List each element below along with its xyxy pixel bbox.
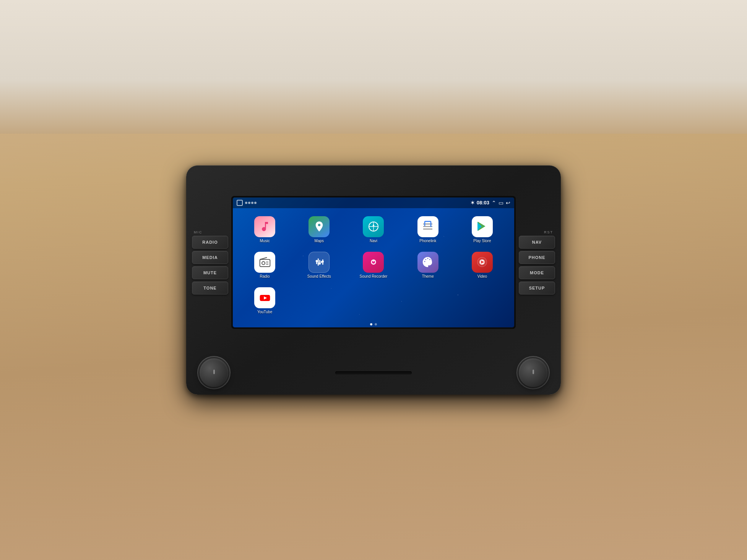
app-label-music: Music (260, 239, 270, 243)
maps-icon (309, 216, 330, 237)
card-slot (335, 371, 412, 374)
app-item-phonelink[interactable]: Phonelink (402, 213, 454, 246)
nav-button[interactable]: NAV (519, 236, 555, 249)
radio-app-icon (254, 252, 275, 273)
app-label-youtube: YouTube (257, 310, 272, 314)
media-button[interactable]: MEDIA (192, 251, 228, 264)
svg-point-16 (322, 261, 323, 262)
screen-container: ✶ 08:03 ⌃ ▭ ↩ (231, 196, 516, 329)
playstore-icon (472, 216, 493, 237)
setup-button[interactable]: SETUP (519, 282, 555, 295)
left-panel: MIC RADIO MEDIA MUTE TONE (192, 230, 228, 295)
left-buttons-group: RADIO MEDIA MUTE TONE (192, 236, 228, 295)
tone-button[interactable]: TONE (192, 282, 228, 295)
left-knob[interactable] (200, 358, 228, 387)
signal-dots (245, 202, 257, 204)
rst-label: RST (544, 230, 555, 234)
phonelink-icon (417, 216, 438, 237)
radio-button[interactable]: RADIO (192, 236, 228, 249)
navi-icon (363, 216, 384, 237)
app-item-soundfx[interactable]: Sound Effects (293, 248, 345, 282)
app-item-maps[interactable]: Maps (293, 213, 345, 246)
app-item-music[interactable]: Music (239, 213, 291, 246)
app-item-playstore[interactable]: Play Store (456, 213, 508, 246)
signal-dot-3 (251, 202, 253, 204)
mode-button[interactable]: MODE (519, 266, 555, 279)
right-buttons-group: NAV PHONE MODE SETUP (519, 236, 555, 295)
phone-button[interactable]: PHONE (519, 251, 555, 264)
bluetooth-icon: ✶ (471, 200, 474, 206)
video-icon (472, 252, 493, 273)
app-label-phonelink: Phonelink (419, 239, 436, 243)
soundrec-icon (363, 252, 384, 273)
app-label-maps: Maps (315, 239, 324, 243)
background-wall (0, 0, 747, 134)
app-item-soundrec[interactable]: Sound Recorder (347, 248, 399, 282)
app-grid: Music Maps (233, 211, 514, 320)
app-label-soundrec: Sound Recorder (360, 274, 388, 278)
app-item-video[interactable]: Video (456, 248, 508, 282)
app-label-soundfx: Sound Effects (307, 274, 331, 278)
unit-top-section: MIC RADIO MEDIA MUTE TONE (192, 171, 555, 353)
app-item-youtube[interactable]: YouTube (239, 284, 291, 317)
home-indicator-icon (237, 200, 243, 206)
nav-up-icon: ⌃ (492, 200, 496, 206)
mute-button[interactable]: MUTE (192, 266, 228, 279)
soundfx-icon (309, 252, 330, 273)
signal-dot-4 (254, 202, 257, 204)
theme-icon (417, 252, 438, 273)
app-label-video: Video (477, 274, 487, 278)
signal-dot-2 (248, 202, 250, 204)
unit-bottom-section (192, 356, 555, 389)
app-item-radio[interactable]: Radio (239, 248, 291, 282)
mic-label: MIC (192, 230, 203, 234)
svg-point-19 (373, 261, 374, 262)
app-label-playstore: Play Store (473, 239, 491, 243)
status-bar-left (237, 200, 257, 206)
app-item-navi[interactable]: Navi (347, 213, 399, 246)
page-indicator (233, 323, 514, 325)
app-label-navi: Navi (370, 239, 377, 243)
status-bar-right: ✶ 08:03 ⌃ ▭ ↩ (471, 200, 510, 206)
car-radio-unit: MIC RADIO MEDIA MUTE TONE (186, 165, 561, 395)
app-item-theme[interactable]: Theme (402, 248, 454, 282)
nav-back-icon: ↩ (506, 200, 510, 206)
clock-display: 08:03 (477, 200, 489, 206)
signal-dot-1 (245, 202, 247, 204)
music-icon (254, 216, 275, 237)
svg-rect-6 (266, 262, 268, 263)
page-dot-2 (375, 323, 377, 325)
svg-rect-7 (266, 264, 268, 265)
svg-point-15 (318, 263, 320, 265)
page-dot-1 (370, 323, 372, 325)
svg-point-14 (315, 260, 317, 262)
svg-point-4 (262, 262, 265, 265)
youtube-icon (254, 287, 275, 308)
app-label-radio: Radio (260, 274, 270, 278)
app-label-theme: Theme (422, 274, 434, 278)
right-knob[interactable] (519, 358, 547, 387)
nav-rect-icon: ▭ (499, 200, 503, 206)
screen-bezel: ✶ 08:03 ⌃ ▭ ↩ (231, 196, 516, 329)
status-bar: ✶ 08:03 ⌃ ▭ ↩ (233, 197, 514, 208)
android-screen[interactable]: ✶ 08:03 ⌃ ▭ ↩ (233, 197, 514, 327)
right-panel: RST NAV PHONE MODE SETUP (519, 230, 555, 295)
